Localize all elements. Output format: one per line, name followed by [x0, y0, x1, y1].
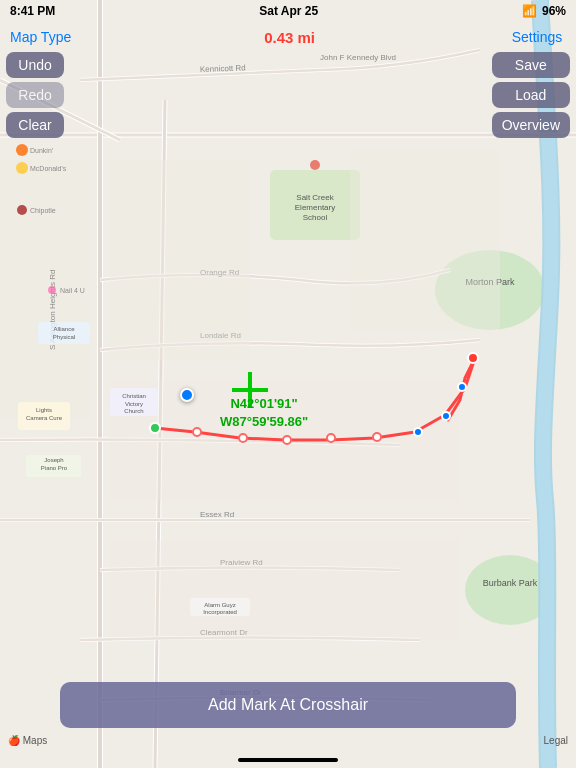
svg-rect-27: [350, 150, 500, 330]
save-button[interactable]: Save: [492, 52, 570, 78]
undo-button[interactable]: Undo: [6, 52, 64, 78]
redo-button[interactable]: Redo: [6, 82, 64, 108]
route-point-8: [457, 382, 467, 392]
svg-text:Joseph: Joseph: [44, 457, 63, 463]
nav-bar: Map Type 0.43 mi Settings: [0, 22, 576, 52]
status-time: 8:41 PM: [10, 4, 55, 18]
svg-text:Alarm Guyz: Alarm Guyz: [204, 602, 235, 608]
route-point-3: [282, 435, 292, 445]
left-buttons-panel: Undo Redo Clear: [6, 52, 64, 138]
svg-text:Burbank Park: Burbank Park: [483, 578, 538, 588]
svg-text:Camera Cure: Camera Cure: [26, 415, 63, 421]
status-bar: 8:41 PM Sat Apr 25 📶 96%: [0, 0, 576, 22]
svg-point-36: [17, 205, 27, 215]
svg-text:John F Kennedy Blvd: John F Kennedy Blvd: [320, 53, 396, 62]
load-button[interactable]: Load: [492, 82, 570, 108]
route-start-point: [149, 422, 161, 434]
svg-point-38: [48, 286, 56, 294]
route-point-7: [441, 411, 451, 421]
route-end-point: [467, 352, 479, 364]
distance-display: 0.43 mi: [264, 29, 315, 46]
svg-point-34: [16, 162, 28, 174]
current-location-dot: [180, 388, 194, 402]
svg-text:Physical: Physical: [53, 334, 75, 340]
svg-text:Piano Pro: Piano Pro: [41, 465, 68, 471]
map-type-button[interactable]: Map Type: [10, 29, 71, 45]
clear-button[interactable]: Clear: [6, 112, 64, 138]
wifi-icon: 📶: [522, 4, 537, 18]
status-day: Sat Apr 25: [259, 4, 318, 18]
svg-text:Incorporated: Incorporated: [203, 609, 237, 615]
add-mark-button[interactable]: Add Mark At Crosshair: [60, 682, 516, 728]
svg-text:Alliance: Alliance: [53, 326, 75, 332]
svg-text:Salt Creek: Salt Creek: [296, 193, 334, 202]
route-point-4: [326, 433, 336, 443]
svg-point-9: [310, 160, 320, 170]
svg-text:Elementary: Elementary: [295, 203, 335, 212]
svg-text:Church: Church: [124, 408, 143, 414]
legal-attribution: Legal: [544, 735, 568, 746]
svg-text:McDonald's: McDonald's: [30, 165, 67, 172]
maps-attribution: 🍎 Maps: [8, 735, 47, 746]
svg-text:Victory: Victory: [125, 401, 143, 407]
svg-text:Essex Rd: Essex Rd: [200, 510, 234, 519]
svg-text:School: School: [303, 213, 328, 222]
overview-button[interactable]: Overview: [492, 112, 570, 138]
route-point-2: [238, 433, 248, 443]
apple-maps-icon: 🍎: [8, 735, 20, 746]
svg-rect-26: [110, 160, 250, 360]
coordinates-display: N42°01'91" W87°59'59.86": [220, 395, 308, 431]
svg-text:Chipotle: Chipotle: [30, 207, 56, 215]
right-buttons-panel: Save Load Overview: [492, 52, 570, 138]
route-point-5: [372, 432, 382, 442]
svg-text:Lights: Lights: [36, 407, 52, 413]
svg-text:Kennicott Rd: Kennicott Rd: [200, 63, 246, 74]
battery-display: 96%: [542, 4, 566, 18]
settings-button[interactable]: Settings: [508, 29, 566, 45]
svg-rect-29: [110, 540, 460, 640]
svg-text:Christian: Christian: [122, 393, 146, 399]
svg-text:Nail 4 U: Nail 4 U: [60, 287, 85, 294]
svg-text:Dunkin': Dunkin': [30, 147, 53, 154]
route-point-1: [192, 427, 202, 437]
route-point-6: [413, 427, 423, 437]
svg-point-32: [16, 144, 28, 156]
home-indicator: [238, 758, 338, 762]
